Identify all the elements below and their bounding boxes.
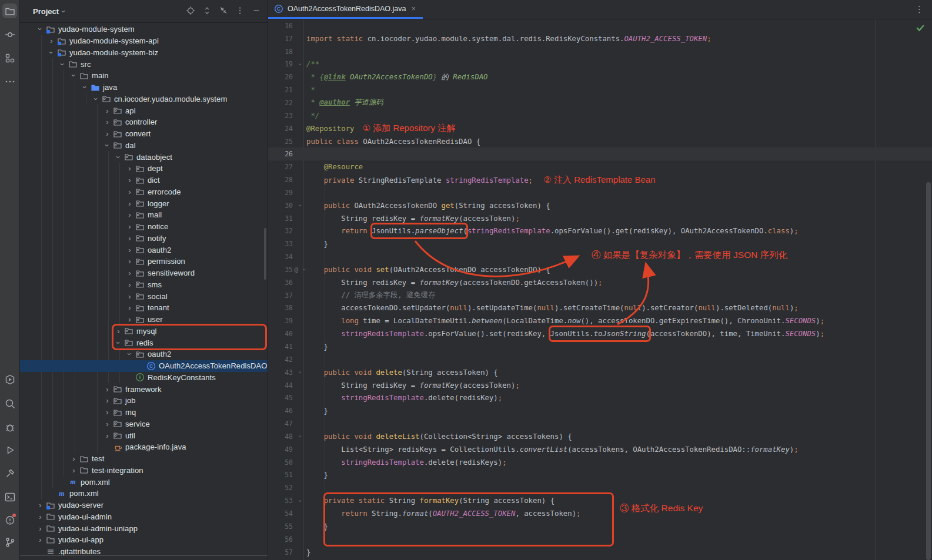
tab-close-icon[interactable]: × (411, 4, 416, 13)
code-line-51[interactable]: 51 } (268, 469, 932, 482)
debug-icon[interactable] (2, 420, 17, 434)
code-line-44[interactable]: 44 String redisKey = formatKey(accessTok… (268, 379, 932, 392)
fold-chevron-icon[interactable]: › (296, 435, 304, 439)
tree-chevron-icon[interactable]: › (69, 71, 78, 81)
tree-chevron-icon[interactable]: › (125, 222, 135, 231)
tree-chevron-icon[interactable]: › (35, 535, 45, 544)
tree-scrollbar[interactable] (264, 228, 266, 280)
tree-chevron-icon[interactable]: › (102, 106, 112, 115)
code-line-55[interactable]: 55 } (268, 520, 932, 533)
services-icon[interactable] (2, 372, 17, 387)
tree-chevron-icon[interactable]: › (36, 24, 45, 34)
tree-chevron-icon[interactable]: › (114, 152, 123, 162)
tree-chevron-icon[interactable]: › (81, 82, 89, 92)
tree-item-service[interactable]: ›service (20, 418, 268, 430)
tree-chevron-icon[interactable]: › (69, 454, 79, 463)
code-line-22[interactable]: 22 * @author 芋道源码 (268, 96, 932, 109)
tree-item-controller[interactable]: ›controller (20, 116, 268, 128)
code-line-19[interactable]: 19›/** (268, 58, 932, 71)
tree-item-user[interactable]: ›user (20, 314, 268, 326)
tree-item-main[interactable]: ›main (20, 70, 268, 82)
terminal-icon[interactable] (2, 489, 17, 504)
tree-item-job[interactable]: ›job (20, 395, 268, 407)
tree-chevron-icon[interactable]: › (125, 257, 135, 266)
fold-chevron-icon[interactable]: › (296, 370, 304, 374)
expand-icon[interactable] (202, 5, 213, 17)
tree-chevron-icon[interactable]: › (125, 187, 135, 196)
code-line-35[interactable]: 35@ › public void set(OAuth2AccessTokenD… (268, 263, 932, 276)
code-line-30[interactable]: 30› public OAuth2AccessTokenDO get(Strin… (268, 199, 932, 212)
tree-item-yudao-module-system-api[interactable]: ›yudao-module-system-api (20, 35, 268, 47)
tree-chevron-icon[interactable]: › (35, 524, 45, 533)
tree-item-mysql[interactable]: ›mysql (20, 326, 268, 337)
tree-chevron-icon[interactable]: › (125, 292, 135, 301)
tree-chevron-icon[interactable]: › (125, 199, 135, 208)
tree-chevron-icon[interactable]: › (35, 512, 45, 521)
tree-chevron-icon[interactable]: › (102, 420, 112, 428)
tree-item-dict[interactable]: ›dict (20, 175, 268, 186)
code-line-57[interactable]: 57} (268, 546, 932, 559)
fold-chevron-icon[interactable]: › (300, 268, 308, 272)
tree-chevron-icon[interactable]: › (69, 466, 79, 475)
project-icon[interactable] (2, 4, 17, 18)
locate-icon[interactable] (185, 5, 197, 17)
code-line-33[interactable]: 33 } (268, 237, 932, 250)
code-line-31[interactable]: 31 String redisKey = formatKey(accessTok… (268, 212, 932, 225)
code-line-56[interactable]: 56 (268, 533, 932, 546)
tree-chevron-icon[interactable]: › (102, 408, 112, 417)
hide-panel-icon[interactable] (251, 5, 263, 17)
project-view-dropdown[interactable]: Project› (33, 6, 65, 16)
problems-icon[interactable] (2, 512, 17, 527)
inspections-ok-icon[interactable] (916, 24, 925, 32)
tree-item-redis[interactable]: ›redis (20, 337, 268, 348)
git-icon[interactable] (2, 535, 17, 549)
editor-scrollbar[interactable] (926, 182, 931, 560)
code-line-47[interactable]: 47 (268, 417, 932, 430)
tree-item-pom-xml[interactable]: mpom.xml (20, 476, 268, 488)
tree-item-convert[interactable]: ›convert (20, 128, 268, 140)
tree-item-dal[interactable]: ›dal (20, 140, 268, 152)
fold-chevron-icon[interactable]: › (296, 203, 304, 207)
commit-icon[interactable] (2, 27, 17, 42)
tree-chevron-icon[interactable]: › (125, 234, 135, 243)
code-line-49[interactable]: 49 List<String> redisKeys = CollectionUt… (268, 443, 932, 456)
code-line-32[interactable]: 32 return JsonUtils.parseObject(stringRe… (268, 225, 932, 238)
tree-item-rediskeyconstants[interactable]: IRedisKeyConstants (20, 372, 268, 384)
tree-item-tenant[interactable]: ›tenant (20, 302, 268, 314)
tree-item-api[interactable]: ›api (20, 105, 268, 116)
code-line-36[interactable]: 36 String redisKey = formatKey(accessTok… (268, 276, 932, 289)
tree-chevron-icon[interactable]: › (125, 303, 135, 312)
panel-options-icon[interactable] (235, 5, 246, 17)
tree-item-notice[interactable]: ›notice (20, 221, 268, 233)
tree-item-oauth2[interactable]: ›oauth2 (20, 348, 268, 360)
tree-item-util[interactable]: ›util (20, 430, 268, 441)
tree-item-framework[interactable]: ›framework (20, 383, 268, 395)
tree-item-pom-xml[interactable]: mpom.xml (20, 488, 268, 499)
tree-chevron-icon[interactable]: › (35, 501, 45, 509)
tree-chevron-icon[interactable]: › (125, 210, 135, 219)
code-line-42[interactable]: 42 (268, 353, 932, 366)
tree-item-oauth2accesstokenredisdao[interactable]: COAuth2AccessTokenRedisDAO (20, 360, 268, 372)
editor-tab[interactable]: C OAuth2AccessTokenRedisDAO.java × (268, 0, 423, 19)
tree-item-dataobject[interactable]: ›dataobject (20, 151, 268, 163)
tree-chevron-icon[interactable]: › (102, 118, 112, 126)
tree-chevron-icon[interactable]: › (125, 315, 135, 324)
tree-item-yudao-module-system-biz[interactable]: ›yudao-module-system-biz (20, 47, 268, 59)
tree-item-test[interactable]: ›test (20, 453, 268, 465)
tree-chevron-icon[interactable]: › (125, 349, 134, 359)
code-line-38[interactable]: 38 accessTokenDO.setUpdater(null).setUpd… (268, 302, 932, 315)
tree-chevron-icon[interactable]: › (114, 338, 123, 348)
code-line-21[interactable]: 21 * (268, 83, 932, 96)
tree-item-dept[interactable]: ›dept (20, 163, 268, 175)
code-area[interactable]: 1617import static cn.iocoder.yudao.modul… (268, 19, 932, 560)
code-line-50[interactable]: 50 stringRedisTemplate.delete(redisKeys)… (268, 456, 932, 469)
code-line-40[interactable]: 40 stringRedisTemplate.opsForValue().set… (268, 327, 932, 340)
code-line-18[interactable]: 18 (268, 45, 932, 58)
more-icon[interactable] (2, 74, 17, 89)
tree-chevron-icon[interactable]: › (46, 36, 56, 45)
tree-item-social[interactable]: ›social (20, 290, 268, 302)
search-icon[interactable] (2, 396, 17, 411)
code-line-48[interactable]: 48› public void deleteList(Collection<St… (268, 430, 932, 443)
tree-chevron-icon[interactable]: › (58, 59, 67, 69)
tree-chevron-icon[interactable]: › (125, 280, 135, 289)
